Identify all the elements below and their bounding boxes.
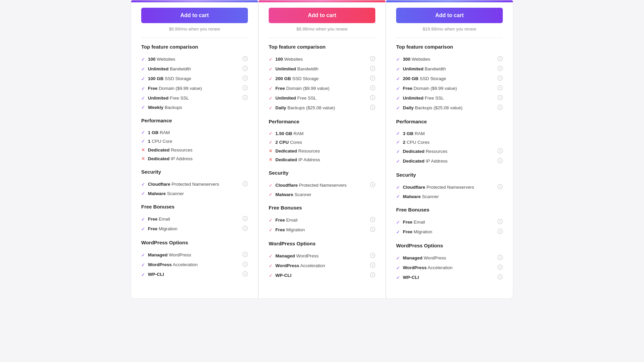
info-icon[interactable]: ? — [370, 75, 375, 82]
feature-item: ✓3 GB RAM — [396, 129, 503, 138]
feature-list: ✓100 Websites ? ✓Unlimited Bandwidth ? ✓… — [141, 54, 248, 112]
feature-highlight: Unlimited — [275, 96, 296, 101]
feature-highlight: 2 CPU — [275, 140, 289, 145]
feature-left: ✕Dedicated Resources — [269, 148, 320, 154]
cross-icon: ✕ — [269, 148, 273, 154]
section-title-0: Top feature comparison — [396, 44, 503, 50]
feature-left: ✓3 GB RAM — [396, 131, 425, 136]
info-icon[interactable]: ? — [370, 227, 375, 233]
feature-left: ✓200 GB SSD Storage — [269, 76, 319, 81]
check-icon: ✓ — [269, 105, 273, 111]
feature-left: ✓Cloudflare Protected Nameservers — [141, 182, 219, 187]
info-icon[interactable]: ? — [497, 229, 503, 235]
info-icon[interactable]: ? — [497, 219, 503, 225]
feature-left: ✓Daily Backups ($25.08 value) — [269, 105, 335, 111]
info-icon[interactable]: ? — [497, 274, 503, 281]
feature-text: Free Domain ($9.99 value) — [148, 86, 202, 91]
feature-highlight: Unlimited — [148, 96, 169, 101]
info-icon[interactable]: ? — [370, 182, 375, 188]
add-to-cart-button[interactable]: Add to cart — [396, 8, 503, 23]
feature-highlight: WordPress — [403, 265, 427, 270]
info-icon[interactable]: ? — [370, 95, 375, 101]
info-icon[interactable]: ? — [497, 184, 503, 190]
info-icon[interactable]: ? — [497, 66, 503, 72]
info-icon[interactable]: ? — [497, 148, 503, 155]
feature-item: ✓Dedicated Resources ? — [396, 146, 503, 156]
check-icon: ✓ — [141, 76, 145, 81]
check-icon: ✓ — [141, 182, 145, 187]
info-icon[interactable]: ? — [497, 56, 503, 62]
feature-text: Unlimited Bandwidth — [403, 66, 446, 71]
info-icon[interactable]: ? — [497, 158, 503, 164]
info-icon[interactable]: ? — [243, 181, 248, 187]
info-icon[interactable]: ? — [370, 217, 375, 223]
info-icon[interactable]: ? — [243, 271, 248, 278]
svg-text:?: ? — [499, 67, 501, 70]
svg-text:?: ? — [499, 149, 501, 153]
feature-item: ✓WordPress Acceleration ? — [269, 261, 375, 270]
feature-highlight: Unlimited — [403, 66, 424, 71]
feature-item: ✓Free Email ? — [269, 215, 375, 225]
info-icon[interactable]: ? — [370, 85, 375, 92]
feature-list: ✓Managed WordPress ? ✓WordPress Accelera… — [269, 251, 375, 280]
feature-text: 1 GB RAM — [148, 130, 170, 135]
svg-text:?: ? — [499, 276, 501, 279]
info-icon[interactable]: ? — [497, 255, 503, 261]
feature-text: Malware Scanner — [403, 194, 439, 199]
feature-left: ✓Unlimited Free SSL — [396, 96, 444, 101]
feature-item: ✓Cloudflare Protected Nameservers ? — [396, 182, 503, 192]
info-icon[interactable]: ? — [497, 105, 503, 111]
info-icon[interactable]: ? — [243, 226, 248, 232]
feature-list: ✓100 Websites ? ✓Unlimited Bandwidth ? ✓… — [269, 54, 375, 113]
feature-left: ✕Dedicated IP Address — [141, 156, 193, 161]
feature-left: ✓1.50 GB RAM — [269, 131, 304, 136]
info-icon[interactable]: ? — [243, 75, 248, 82]
feature-text: Managed WordPress — [148, 252, 191, 257]
feature-left: ✓100 Websites — [141, 57, 175, 62]
feature-text: Dedicated Resources — [148, 147, 193, 153]
info-icon[interactable]: ? — [243, 66, 248, 72]
info-icon[interactable]: ? — [370, 56, 375, 62]
info-icon[interactable]: ? — [243, 252, 248, 258]
feature-item: ✓Free Migration ? — [269, 225, 375, 235]
add-to-cart-button[interactable]: Add to cart — [269, 8, 375, 23]
feature-left: ✓Unlimited Bandwidth — [269, 66, 318, 72]
feature-highlight: 1 — [148, 139, 151, 144]
feature-text: Managed WordPress — [275, 253, 319, 258]
info-icon[interactable]: ? — [243, 56, 248, 62]
feature-list: ✓Free Email ? ✓Free Migration ? — [141, 214, 248, 234]
plans-container: Add to cart$6.99/mo when you renewTop fe… — [131, 0, 513, 299]
info-icon[interactable]: ? — [243, 216, 248, 222]
info-icon[interactable]: ? — [497, 75, 503, 82]
check-icon: ✓ — [141, 262, 145, 267]
check-icon: ✓ — [141, 191, 145, 196]
info-icon[interactable]: ? — [243, 95, 248, 101]
feature-item: ✓100 Websites ? — [269, 54, 375, 64]
feature-item: ✓Managed WordPress ? — [396, 253, 503, 263]
feature-highlight: Dedicated — [148, 147, 170, 153]
feature-text: Weekly Backups — [148, 105, 182, 110]
feature-highlight: Weekly — [148, 105, 163, 110]
feature-list: ✓300 Websites ? ✓Unlimited Bandwidth ? ✓… — [396, 54, 503, 113]
info-icon[interactable]: ? — [370, 262, 375, 269]
check-icon: ✓ — [141, 66, 145, 72]
feature-left: ✓Free Domain ($9.99 value) — [269, 86, 329, 91]
info-icon[interactable]: ? — [497, 264, 503, 271]
info-icon[interactable]: ? — [370, 66, 375, 72]
info-icon[interactable]: ? — [243, 261, 248, 268]
feature-left: ✓100 Websites — [269, 57, 303, 62]
info-icon[interactable]: ? — [243, 85, 248, 92]
info-icon[interactable]: ? — [497, 85, 503, 92]
feature-left: ✓Dedicated Resources — [396, 149, 447, 154]
info-icon[interactable]: ? — [370, 272, 375, 279]
add-to-cart-button[interactable]: Add to cart — [141, 8, 248, 23]
info-icon[interactable]: ? — [497, 95, 503, 101]
feature-text: Malware Scanner — [275, 192, 311, 197]
feature-text: Dedicated IP Address — [275, 157, 320, 162]
check-icon: ✓ — [141, 96, 145, 101]
svg-text:?: ? — [244, 227, 246, 230]
info-icon[interactable]: ? — [370, 253, 375, 259]
feature-text: WP-CLI — [403, 275, 419, 280]
feature-text: Unlimited Bandwidth — [148, 66, 191, 71]
info-icon[interactable]: ? — [370, 105, 375, 111]
